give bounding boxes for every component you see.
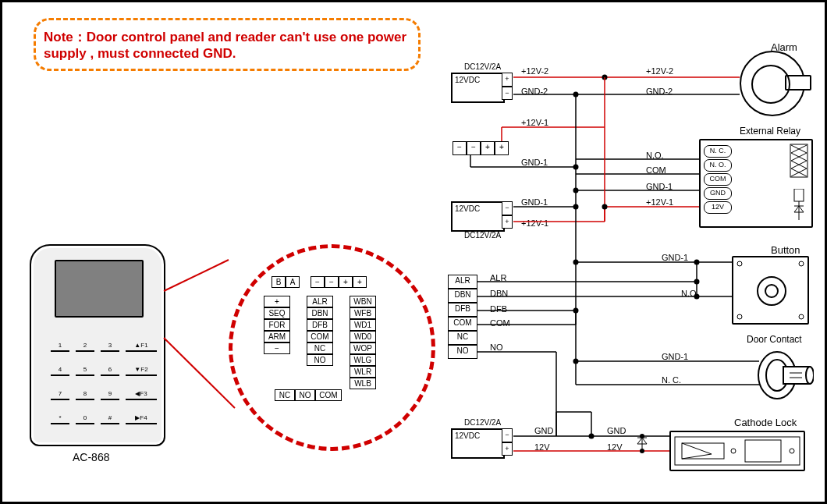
door-contact-icon <box>755 348 814 406</box>
key-6: 6 <box>101 356 119 376</box>
svg-point-10 <box>806 367 814 384</box>
note-text: Note：Door control panel and reader can't… <box>44 28 410 62</box>
wl-alr: ALR <box>490 273 506 282</box>
svg-point-23 <box>573 92 579 98</box>
wl-gnd1-dc: GND-1 <box>662 352 688 361</box>
key-f2: ▼F2 <box>126 356 157 376</box>
key-5: 5 <box>76 356 94 376</box>
term-minus: − <box>264 343 290 354</box>
key-8: 8 <box>76 380 94 400</box>
key-2: 2 <box>76 332 94 352</box>
term-pos1: + <box>339 276 353 288</box>
lock-box <box>669 431 805 471</box>
term-com: COM <box>307 331 333 343</box>
wl-no2: NO <box>490 343 503 352</box>
key-star: * <box>51 404 69 424</box>
blk-no: NO <box>448 345 477 359</box>
term-a: A <box>286 276 300 288</box>
term-dbn: DBN <box>307 307 333 319</box>
term-alr: ALR <box>307 296 333 307</box>
wl-gnd-lock2: GND <box>607 426 626 435</box>
wl-dbn: DBN <box>490 289 508 298</box>
controller-device: 1 2 3 ▲F1 4 5 6 ▼F2 7 8 9 ◀F3 * 0 # ▶F4 <box>30 244 165 446</box>
key-4: 4 <box>51 356 69 376</box>
psu-mid-label: 12VDC <box>453 203 503 215</box>
svg-point-69 <box>640 434 644 438</box>
psu-lock-neg: − <box>502 428 513 442</box>
term-for: FOR <box>264 319 290 331</box>
svg-point-59 <box>573 359 579 364</box>
svg-point-4 <box>799 261 804 266</box>
svg-point-37 <box>573 165 579 170</box>
term-no: NO <box>307 354 333 366</box>
key-f3: ◀F3 <box>126 380 157 400</box>
relay-pin-12v: 12V <box>704 201 732 214</box>
psu-mid-rating: DC12V/2A <box>464 231 501 240</box>
svg-point-6 <box>799 314 804 319</box>
term-row-pos1: + <box>481 141 495 155</box>
psu-top-neg: − <box>502 87 513 100</box>
wl-p12v1-top: +12V-1 <box>521 118 548 127</box>
wl-gnd2-r: GND-2 <box>646 87 673 96</box>
wl-nc-dc: N. C. <box>662 375 681 385</box>
svg-rect-17 <box>745 440 781 462</box>
blk-dfb: DFB <box>448 303 477 317</box>
term-wd1: WD1 <box>350 319 376 331</box>
wl-gnd2-l: GND-2 <box>521 87 548 96</box>
relay-pin-nc: N. C. <box>704 145 732 158</box>
wl-gnd1-a: GND-1 <box>521 158 548 167</box>
psu-top-label: 12VDC <box>453 74 503 86</box>
button-box <box>732 256 809 325</box>
alarm-inner <box>751 65 790 104</box>
term-row-neg2: − <box>467 141 481 155</box>
term-dfb: DFB <box>307 319 333 331</box>
psu-lock-label: 12VDC <box>453 430 503 442</box>
key-9: 9 <box>101 380 119 400</box>
term-no2: NO <box>295 389 315 401</box>
svg-point-52 <box>573 308 579 314</box>
wl-12v-lock: 12V <box>534 442 550 452</box>
relay-pin-no: N. O. <box>704 159 732 172</box>
wl-gnd1-btn: GND-1 <box>662 253 688 262</box>
wl-com2: COM <box>490 318 510 328</box>
wl-com: COM <box>646 165 666 175</box>
term-wbn: WBN <box>350 296 376 307</box>
wl-gnd-lock: GND <box>534 426 553 435</box>
svg-rect-1 <box>794 189 804 201</box>
term-neg1: − <box>311 276 325 288</box>
psu-top-pos: + <box>502 73 513 87</box>
term-b: B <box>272 276 286 288</box>
wl-p12v1-c: +12V-1 <box>646 197 673 207</box>
controller-label: AC-868 <box>73 451 109 463</box>
term-wlr: WLR <box>350 366 376 378</box>
term-neg2: − <box>325 276 339 288</box>
term-wfb: WFB <box>350 307 376 319</box>
button-screws <box>733 257 807 323</box>
term-wlb: WLB <box>350 378 376 389</box>
psu-mid-pos: + <box>502 215 513 229</box>
blk-dbn: DBN <box>448 289 477 303</box>
term-seq: SEQ <box>264 307 290 319</box>
psu-lock-rating: DC12V/2A <box>464 418 501 427</box>
term-wop: WOP <box>350 343 376 354</box>
relay-diode-coil <box>790 189 808 220</box>
psu-mid-neg: − <box>502 201 513 215</box>
key-0: 0 <box>76 404 94 424</box>
term-com2: COM <box>315 389 342 401</box>
keypad: 1 2 3 ▲F1 4 5 6 ▼F2 7 8 9 ◀F3 * 0 # ▶F4 <box>51 332 157 424</box>
blk-com: COM <box>448 317 477 331</box>
note-box: Note：Door control panel and reader can't… <box>34 18 421 71</box>
svg-point-36 <box>573 188 579 193</box>
wl-p12v2-r: +12V-2 <box>646 66 673 76</box>
button-label: Button <box>771 244 800 256</box>
svg-point-45 <box>573 260 579 265</box>
lock-label: Cathode Lock <box>734 417 797 428</box>
wl-gnd1-c: GND-1 <box>646 182 673 191</box>
key-3: 3 <box>101 332 119 352</box>
relay-pin-com: COM <box>704 173 732 186</box>
svg-point-46 <box>694 260 700 265</box>
key-7: 7 <box>51 380 69 400</box>
key-1: 1 <box>51 332 69 352</box>
wl-p12v2-l: +12V-2 <box>521 66 548 76</box>
svg-point-16 <box>790 449 794 453</box>
